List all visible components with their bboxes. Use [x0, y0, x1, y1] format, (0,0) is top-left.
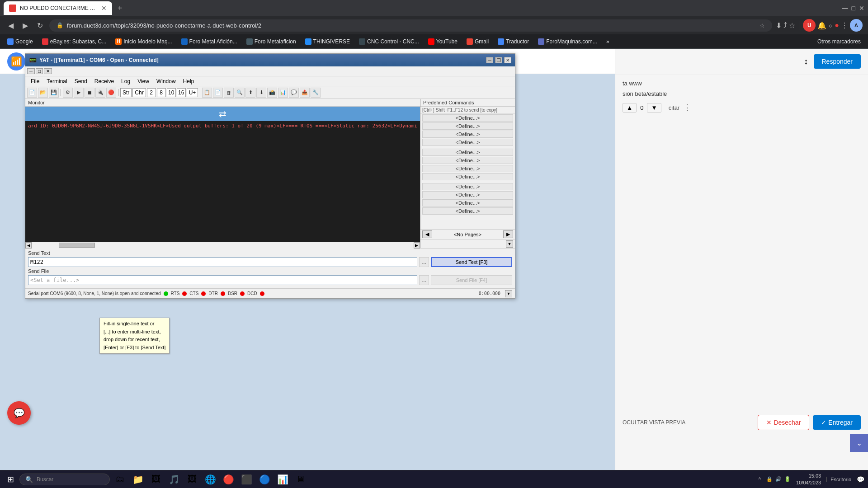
menu-window[interactable]: Window	[153, 77, 179, 85]
predefined-btn-6[interactable]: <Define...>	[422, 157, 513, 164]
bookmark-thingiverse[interactable]: THINGIVERSE	[302, 38, 354, 46]
bookmark-icon[interactable]: ☆	[789, 21, 795, 30]
taskbar-search-box[interactable]: 🔍 Buscar	[19, 474, 110, 485]
taskbar-app-office[interactable]: 📊	[274, 471, 291, 488]
extensions-icon[interactable]: ⬦	[828, 21, 833, 29]
monitor-horizontal-scrollbar[interactable]: ◀ ▶	[25, 242, 420, 248]
start-button[interactable]: ⊞	[4, 473, 18, 486]
toolbar-btn-3[interactable]: ⏹	[85, 88, 94, 98]
scroll-left-arrow[interactable]: ◀	[25, 242, 32, 249]
user-avatar[interactable]: A	[850, 19, 863, 32]
toolbar-btn-5[interactable]: 🔴	[106, 88, 116, 98]
profile-avatar[interactable]: U	[803, 19, 816, 32]
yat-minimize-button[interactable]: ─	[486, 57, 493, 63]
share-icon[interactable]: ⤴	[783, 21, 787, 29]
bookmark-cnc[interactable]: CNC Control - CNC...	[355, 38, 423, 46]
taskbar-app-spotify[interactable]: 🎵	[166, 471, 182, 488]
toolbar-btn-2[interactable]: ▶	[74, 88, 84, 98]
discard-button[interactable]: ✕ Desechar	[758, 415, 809, 430]
menu-file[interactable]: File	[27, 77, 43, 85]
predefined-btn-1[interactable]: <Define...>	[422, 114, 513, 122]
toolbar-btn-10[interactable]: 💬	[289, 88, 299, 98]
predefined-next-page[interactable]: ▶	[503, 230, 513, 238]
send-text-dots-button[interactable]: ...	[419, 257, 429, 267]
toolbar-btn-11[interactable]: 📤	[300, 88, 310, 98]
toolbar-paste-button[interactable]: 📄	[213, 88, 223, 98]
taskbar-app-task[interactable]: 🖼	[148, 471, 164, 488]
yat-close-button[interactable]: ✕	[504, 57, 511, 63]
preview-toggle[interactable]: OCULTAR VISTA PREVIA	[623, 419, 685, 426]
bookmark-ebay[interactable]: eBay.es: Subastas, C...	[38, 38, 110, 46]
predefined-btn-7[interactable]: <Define...>	[422, 165, 513, 172]
taskbar-show-hidden-icon[interactable]: ^	[758, 476, 761, 483]
send-file-dots-button[interactable]: ...	[419, 275, 429, 285]
window-close-button[interactable]: ✕	[859, 5, 864, 12]
toolbar-btn-8[interactable]: 📸	[267, 88, 277, 98]
taskbar-app-monitor[interactable]: 🖥	[292, 471, 309, 488]
yat-restore-button[interactable]: ❐	[495, 57, 502, 63]
toolbar-save-button[interactable]: 💾	[49, 88, 59, 98]
notification-center-icon[interactable]: 💬	[857, 476, 864, 483]
bookmark-gmail[interactable]: Gmail	[463, 38, 492, 46]
toolbar-btn-7[interactable]: ⬇	[256, 88, 266, 98]
menu-log[interactable]: Log	[118, 77, 134, 85]
tab-close-button[interactable]: ✕	[101, 5, 107, 12]
toolbar-new-button[interactable]: 📄	[27, 88, 37, 98]
toolbar-open-button[interactable]: 📂	[38, 88, 48, 98]
predefined-prev-page[interactable]: ◀	[422, 230, 432, 238]
predefined-btn-10[interactable]: <Define...>	[422, 191, 513, 198]
reload-button[interactable]: ↻	[34, 19, 46, 32]
bookmark-foromaquinas[interactable]: ForoMaquinas.com...	[534, 38, 601, 46]
window-minimize-button[interactable]: ─	[842, 4, 848, 13]
chat-widget-button[interactable]: 💬	[7, 401, 31, 425]
taskbar-clock[interactable]: 15:03 10/04/2023	[796, 473, 821, 486]
window-maximize-button[interactable]: □	[852, 5, 855, 12]
bookmark-more[interactable]: »	[603, 38, 613, 46]
monitor-content[interactable]: ⇄ ard ID: 0JD0M-9P6M2-NW4SJ-6J9D0-3SN6L-…	[25, 107, 420, 242]
predefined-btn-5[interactable]: <Define...>	[422, 149, 513, 156]
menu-icon[interactable]: ⋮	[841, 21, 848, 30]
yat-close-btn[interactable]: ✕	[44, 68, 52, 74]
url-bar[interactable]: 🔒 forum.duet3d.com/topic/32093/no-puedo-…	[49, 19, 772, 32]
predefined-btn-4[interactable]: <Define...>	[422, 139, 513, 146]
downloads-icon[interactable]: ⬇	[776, 21, 782, 30]
toolbar-btn-12[interactable]: 🔧	[311, 88, 321, 98]
active-tab[interactable]: NO PUEDO CONECTARME A DU... ✕	[4, 1, 112, 15]
toolbar-find-button[interactable]: 🔍	[235, 88, 245, 98]
bookmark-google[interactable]: Google	[4, 38, 37, 46]
edit-icon-button[interactable]: ↕	[802, 55, 810, 68]
yat-min-btn[interactable]: ─	[27, 68, 35, 74]
cite-label[interactable]: citar	[669, 104, 680, 111]
send-text-input[interactable]	[28, 257, 417, 267]
back-button[interactable]: ◀	[5, 19, 16, 32]
taskbar-app-chrome[interactable]: 🌐	[202, 471, 218, 488]
toolbar-btn-6[interactable]: ⬆	[245, 88, 255, 98]
bookmark-inicio[interactable]: H Inicio Modelo Maq...	[112, 38, 175, 46]
new-tab-button[interactable]: +	[114, 2, 126, 15]
taskbar-app-files[interactable]: 📁	[130, 471, 146, 488]
taskbar-app-red[interactable]: 🔴	[220, 471, 236, 488]
predefined-btn-12[interactable]: <Define...>	[422, 207, 513, 215]
vote-down-button[interactable]: ▼	[647, 103, 661, 113]
menu-terminal[interactable]: Terminal	[43, 77, 71, 85]
more-options-button[interactable]: ⋮	[683, 103, 691, 113]
toolbar-btn-9[interactable]: 📊	[278, 88, 288, 98]
bookmark-otros[interactable]: Otros marcadores	[814, 38, 864, 46]
menu-help[interactable]: Help	[179, 77, 198, 85]
toolbar-btn-4[interactable]: 🔌	[95, 88, 105, 98]
taskbar-app-dark[interactable]: ⬛	[238, 471, 255, 488]
menu-receive[interactable]: Receive	[91, 77, 118, 85]
status-expand-button[interactable]: ▼	[505, 290, 512, 297]
predefined-btn-8[interactable]: <Define...>	[422, 173, 513, 180]
toolbar-clear-button[interactable]: 🗑	[224, 88, 234, 98]
predefined-btn-11[interactable]: <Define...>	[422, 199, 513, 206]
menu-send[interactable]: Send	[71, 77, 91, 85]
taskbar-app-explorer[interactable]: 🗂	[112, 471, 128, 488]
taskbar-app-photos[interactable]: 🖼	[184, 471, 200, 488]
forward-button[interactable]: ▶	[20, 19, 31, 32]
predefined-btn-3[interactable]: <Define...>	[422, 131, 513, 138]
reply-button[interactable]: Responder	[814, 54, 861, 69]
bookmark-foro-metal[interactable]: Foro Metal Afición...	[178, 38, 241, 46]
send-text-button[interactable]: Send Text [F3]	[431, 257, 512, 267]
bookmark-star-icon[interactable]: ☆	[760, 22, 765, 29]
